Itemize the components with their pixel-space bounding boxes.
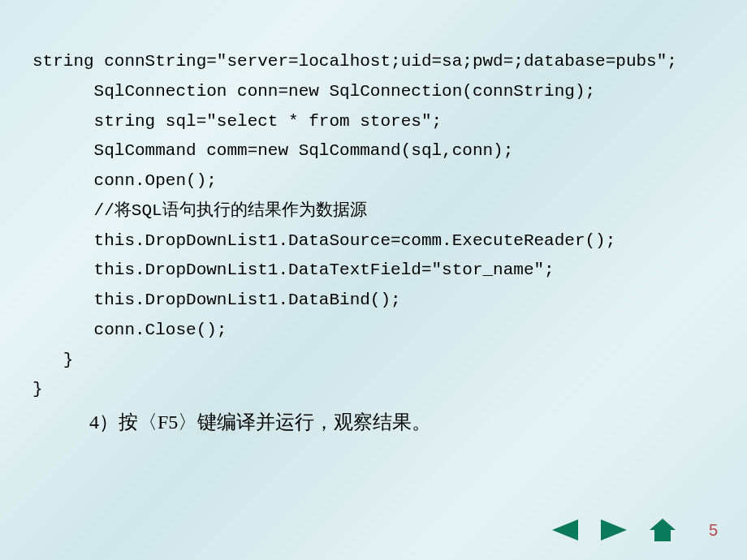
code-line: this.DropDownList1.DataTextField="stor_n… [32,261,555,279]
code-line: conn.Close(); [32,321,227,339]
code-line: conn.Open(); [32,171,217,190]
page-number: 5 [709,521,718,540]
code-line: string connString="server=localhost;uid=… [32,52,677,71]
code-line: } [32,380,43,398]
code-line: SqlConnection conn=new SqlConnection(con… [32,82,595,101]
code-line: string sql="select * from stores"; [32,112,442,131]
next-button[interactable] [597,518,631,542]
code-line: //将SQL语句执行的结果作为数据源 [32,201,367,220]
code-line: } [32,351,73,369]
arrow-left-icon [552,519,578,541]
code-block: string connString="server=localhost;uid=… [32,47,715,405]
home-button[interactable] [646,518,680,542]
code-line: this.DropDownList1.DataSource=comm.Execu… [32,231,615,250]
instruction-text: 4）按〈F5〉键编译并运行，观察结果。 [89,409,431,435]
prev-button[interactable] [548,518,582,542]
nav-controls: 5 [548,518,718,542]
code-line: this.DropDownList1.DataBind(); [32,291,401,309]
home-icon [650,519,676,541]
code-line: SqlCommand comm=new SqlCommand(sql,conn)… [32,141,513,160]
arrow-right-icon [601,519,627,541]
